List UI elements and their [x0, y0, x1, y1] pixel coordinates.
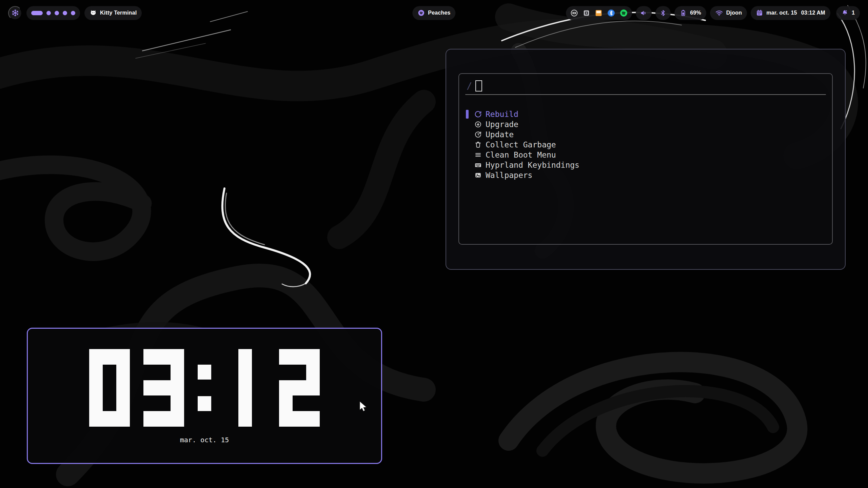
top-bar-center: Peaches: [412, 6, 455, 20]
workspace-3[interactable]: [55, 11, 59, 15]
launcher-button[interactable]: [8, 6, 22, 20]
cat-icon: [90, 9, 97, 17]
bar-time: 03:12 AM: [801, 10, 825, 16]
workspaces[interactable]: [26, 6, 80, 20]
active-window-title: Kitty Terminal: [100, 10, 137, 16]
launcher-menu: Rebuild Upgrade Update Collect Garbage C…: [465, 109, 827, 180]
launcher-item-rebuild[interactable]: Rebuild: [465, 109, 827, 119]
keyboard-icon: [474, 161, 482, 169]
trash-icon: [474, 141, 482, 149]
image-icon: [474, 171, 482, 179]
top-bar-left: Kitty Terminal: [8, 6, 142, 20]
list-icon: [474, 151, 482, 159]
workspace-2[interactable]: [46, 11, 51, 15]
battery-icon: [679, 9, 687, 17]
launcher-panel: / Rebuild Upgrade Update Collect Garbage…: [458, 73, 833, 245]
top-bar: Kitty Terminal Peaches 69% Djoon: [0, 6, 868, 20]
mouse-cursor: [359, 401, 369, 413]
bluetooth-pill[interactable]: [655, 6, 671, 20]
bar-date: mar. oct. 15: [766, 10, 797, 16]
clock-colon: [198, 349, 211, 427]
spotify-icon: [417, 9, 425, 17]
system-tray: [566, 6, 632, 20]
search-input[interactable]: /: [465, 78, 827, 94]
clock-time-display: [89, 349, 320, 427]
menu-item-label: Collect Garbage: [486, 140, 556, 150]
update-icon: [474, 130, 482, 139]
launcher-window: / Rebuild Upgrade Update Collect Garbage…: [446, 49, 846, 270]
network-ssid: Djoon: [726, 10, 742, 16]
menu-item-label: Update: [486, 129, 514, 140]
clock-date: mar. oct. 15: [180, 436, 229, 444]
selection-indicator-bar: [466, 110, 469, 119]
launcher-item-wallpapers[interactable]: Wallpapers: [465, 170, 827, 180]
calendar-icon: [756, 9, 763, 17]
notification-count: 1: [852, 10, 855, 16]
battery-pill[interactable]: 69%: [674, 6, 706, 20]
workspace-5[interactable]: [71, 11, 75, 15]
launcher-item-update[interactable]: Update: [465, 129, 827, 140]
search-prompt: /: [467, 81, 472, 91]
wifi-icon: [715, 9, 723, 17]
clock-widget: mar. oct. 15: [27, 328, 382, 464]
bluetooth-icon: [659, 9, 667, 17]
separator: [465, 94, 826, 95]
tray-square-icon[interactable]: [583, 9, 590, 17]
workspace-4[interactable]: [63, 11, 67, 15]
clock-digit-3: [143, 349, 184, 427]
volume-pill[interactable]: [636, 6, 652, 20]
tray-orange-icon[interactable]: [594, 9, 603, 17]
workspace-1-active[interactable]: [31, 11, 43, 15]
datetime-pill[interactable]: mar. oct. 15 03:12 AM: [751, 6, 830, 20]
launcher-item-upgrade[interactable]: Upgrade: [465, 119, 827, 129]
tray-bluetooth-icon[interactable]: [607, 9, 615, 17]
menu-item-label: Hyprland Keybindings: [486, 160, 579, 170]
snowflake-icon: [11, 9, 19, 17]
launcher-item-clean-boot-menu[interactable]: Clean Boot Menu: [465, 150, 827, 160]
notifications-pill[interactable]: 1: [836, 6, 860, 20]
active-window-pill[interactable]: Kitty Terminal: [84, 6, 142, 20]
top-bar-right: 69% Djoon mar. oct. 15 03:12 AM 1: [566, 6, 860, 20]
media-pill[interactable]: Peaches: [412, 6, 455, 20]
menu-item-label: Wallpapers: [486, 170, 532, 180]
clock-digit-2: [279, 349, 320, 427]
clock-digit-1: [238, 349, 252, 427]
tray-circle-icon[interactable]: [570, 9, 578, 17]
menu-item-label: Rebuild: [486, 109, 518, 119]
launcher-item-collect-garbage[interactable]: Collect Garbage: [465, 140, 827, 150]
upgrade-icon: [474, 120, 482, 128]
media-track-title: Peaches: [428, 10, 450, 16]
battery-percent: 69%: [690, 10, 701, 16]
menu-item-label: Clean Boot Menu: [486, 150, 556, 160]
clock-digit-0: [89, 349, 130, 427]
desktop: Kitty Terminal Peaches 69% Djoon: [0, 0, 868, 488]
volume-icon: [640, 9, 648, 17]
bell-icon: [841, 9, 849, 17]
tray-spotify-icon[interactable]: [619, 9, 628, 17]
network-pill[interactable]: Djoon: [710, 6, 747, 20]
launcher-item-hyprland-keybindings[interactable]: Hyprland Keybindings: [465, 160, 827, 170]
menu-item-label: Upgrade: [486, 119, 518, 129]
rebuild-icon: [474, 110, 482, 118]
text-cursor: [475, 80, 482, 92]
